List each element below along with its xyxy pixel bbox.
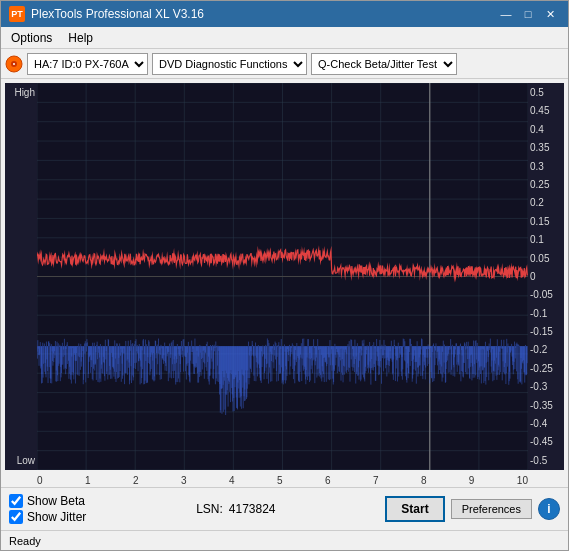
test-select[interactable]: Q-Check Beta/Jitter Test: [311, 53, 457, 75]
device-selector: HA:7 ID:0 PX-760A: [5, 53, 148, 75]
status-bar: Ready: [1, 530, 568, 550]
preferences-button[interactable]: Preferences: [451, 499, 532, 519]
menu-options[interactable]: Options: [5, 29, 58, 47]
device-icon: [5, 55, 23, 73]
chart-area: High Low 0.5 0.45 0.4 0.35 0.3 0.25 0.2 …: [5, 83, 564, 470]
y-right-18: -0.4: [530, 418, 562, 429]
toolbar: HA:7 ID:0 PX-760A DVD Diagnostic Functio…: [1, 49, 568, 79]
window-title: PlexTools Professional XL V3.16: [31, 7, 204, 21]
x-3: 3: [181, 475, 187, 486]
minimize-button[interactable]: —: [496, 5, 516, 23]
device-select[interactable]: HA:7 ID:0 PX-760A: [27, 53, 148, 75]
app-icon-text: PT: [11, 9, 23, 19]
close-button[interactable]: ✕: [540, 5, 560, 23]
menu-help[interactable]: Help: [62, 29, 99, 47]
x-7: 7: [373, 475, 379, 486]
checkboxes: Show Beta Show Jitter: [9, 494, 86, 524]
show-beta-label: Show Beta: [27, 494, 85, 508]
function-select[interactable]: DVD Diagnostic Functions: [152, 53, 307, 75]
chart-inner: High Low 0.5 0.45 0.4 0.35 0.3 0.25 0.2 …: [5, 83, 564, 470]
x-8: 8: [421, 475, 427, 486]
show-jitter-row: Show Jitter: [9, 510, 86, 524]
y-right-2: 0.4: [530, 124, 562, 135]
show-jitter-checkbox[interactable]: [9, 510, 23, 524]
y-right-0: 0.5: [530, 87, 562, 98]
y-right-14: -0.2: [530, 344, 562, 355]
y-right-6: 0.2: [530, 197, 562, 208]
lsn-value: 4173824: [229, 502, 276, 516]
y-right-19: -0.45: [530, 436, 562, 447]
main-window: PT PlexTools Professional XL V3.16 — □ ✕…: [0, 0, 569, 551]
x-2: 2: [133, 475, 139, 486]
y-axis-left: High Low: [5, 83, 37, 470]
x-0: 0: [37, 475, 43, 486]
y-right-11: -0.05: [530, 289, 562, 300]
y-right-3: 0.35: [530, 142, 562, 153]
chart-canvas: [37, 83, 528, 470]
x-1: 1: [85, 475, 91, 486]
x-axis-labels: 0 1 2 3 4 5 6 7 8 9 10: [37, 474, 528, 487]
x-10: 10: [517, 475, 528, 486]
y-axis-right: 0.5 0.45 0.4 0.35 0.3 0.25 0.2 0.15 0.1 …: [528, 83, 564, 470]
y-right-20: -0.5: [530, 455, 562, 466]
x-9: 9: [469, 475, 475, 486]
y-right-16: -0.3: [530, 381, 562, 392]
start-button[interactable]: Start: [385, 496, 444, 522]
show-beta-checkbox[interactable]: [9, 494, 23, 508]
y-left-low: Low: [7, 455, 35, 466]
title-bar: PT PlexTools Professional XL V3.16 — □ ✕: [1, 1, 568, 27]
y-right-1: 0.45: [530, 105, 562, 116]
svg-point-2: [13, 63, 15, 65]
lsn-area: LSN: 4173824: [196, 502, 275, 516]
right-actions: Start Preferences i: [385, 496, 560, 522]
chart-canvas-wrap: [37, 83, 528, 470]
y-right-15: -0.25: [530, 363, 562, 374]
menu-bar: Options Help: [1, 27, 568, 49]
x-5: 5: [277, 475, 283, 486]
x-6: 6: [325, 475, 331, 486]
maximize-button[interactable]: □: [518, 5, 538, 23]
y-right-8: 0.1: [530, 234, 562, 245]
x-axis-row: 0 1 2 3 4 5 6 7 8 9 10: [5, 474, 564, 487]
y-right-17: -0.35: [530, 400, 562, 411]
lsn-label: LSN:: [196, 502, 223, 516]
y-right-7: 0.15: [530, 216, 562, 227]
show-beta-row: Show Beta: [9, 494, 86, 508]
y-right-12: -0.1: [530, 308, 562, 319]
y-left-high: High: [7, 87, 35, 98]
y-right-9: 0.05: [530, 253, 562, 264]
app-icon: PT: [9, 6, 25, 22]
x-4: 4: [229, 475, 235, 486]
title-controls: — □ ✕: [496, 5, 560, 23]
y-right-10: 0: [530, 271, 562, 282]
info-button[interactable]: i: [538, 498, 560, 520]
title-bar-left: PT PlexTools Professional XL V3.16: [9, 6, 204, 22]
y-right-13: -0.15: [530, 326, 562, 337]
status-text: Ready: [9, 535, 41, 547]
y-right-4: 0.3: [530, 161, 562, 172]
show-jitter-label: Show Jitter: [27, 510, 86, 524]
bottom-panel: Show Beta Show Jitter LSN: 4173824 Start…: [1, 487, 568, 530]
y-right-5: 0.25: [530, 179, 562, 190]
